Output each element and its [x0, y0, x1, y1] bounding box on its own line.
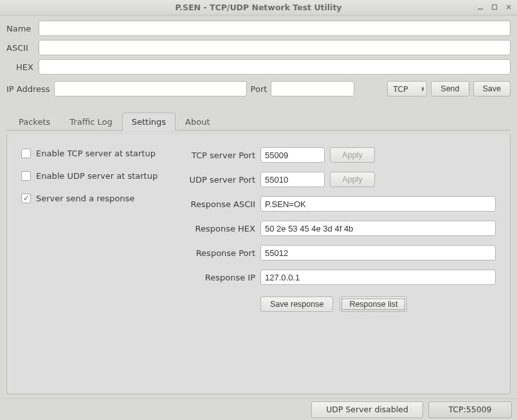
- hex-label: HEX: [6, 62, 35, 72]
- response-ip-label: Response IP: [185, 273, 255, 282]
- spinner-icon: ▴▾: [422, 86, 424, 91]
- tab-bar: Packets Traffic Log Settings About: [6, 112, 511, 131]
- save-button[interactable]: Save: [473, 81, 511, 96]
- port-label: Port: [251, 84, 268, 94]
- response-ip-input[interactable]: [260, 269, 496, 285]
- ascii-label: ASCII: [6, 43, 35, 53]
- tcp-server-port-input[interactable]: [260, 147, 325, 163]
- maximize-icon[interactable]: [489, 1, 500, 13]
- minimize-icon[interactable]: [475, 1, 486, 13]
- settings-page: Enable TCP server at startup Enable UDP …: [6, 134, 511, 394]
- enable-tcp-startup-checkbox[interactable]: [21, 149, 31, 158]
- tcp-server-port-label: TCP server Port: [185, 151, 255, 160]
- name-label: Name: [6, 24, 35, 33]
- enable-tcp-startup-label: Enable TCP server at startup: [36, 149, 156, 158]
- response-hex-input[interactable]: [260, 221, 496, 236]
- response-ascii-label: Response ASCII: [185, 199, 255, 209]
- save-response-button[interactable]: Save response: [260, 297, 333, 312]
- server-send-response-checkbox[interactable]: [21, 194, 31, 203]
- tab-settings[interactable]: Settings: [122, 113, 176, 131]
- protocol-value: TCP: [393, 84, 408, 94]
- protocol-select[interactable]: TCP ▴▾: [387, 81, 427, 96]
- ascii-input[interactable]: [39, 40, 511, 55]
- enable-udp-startup-checkbox[interactable]: [21, 171, 31, 181]
- udp-server-port-input[interactable]: [260, 172, 325, 187]
- tab-about[interactable]: About: [176, 113, 219, 131]
- settings-fields: TCP server Port Apply UDP server Port Ap…: [185, 147, 496, 381]
- udp-apply-button[interactable]: Apply: [330, 172, 375, 187]
- response-port-label: Response Port: [185, 248, 255, 258]
- tcp-apply-button[interactable]: Apply: [330, 147, 375, 163]
- tcp-status-button[interactable]: TCP:55009: [428, 401, 512, 418]
- server-send-response-label: Server send a response: [36, 194, 134, 203]
- name-input[interactable]: [39, 21, 511, 36]
- response-hex-label: Response HEX: [185, 224, 255, 233]
- tab-traffic-log[interactable]: Traffic Log: [60, 113, 122, 131]
- title-bar: P.SEN - TCP/UDP Network Test Utility: [0, 0, 517, 15]
- tab-packets[interactable]: Packets: [9, 113, 60, 131]
- udp-status-button[interactable]: UDP Server disabled: [311, 401, 423, 418]
- port-input[interactable]: [271, 81, 354, 96]
- ip-address-input[interactable]: [54, 81, 247, 96]
- close-icon[interactable]: [503, 1, 514, 13]
- svg-rect-1: [493, 5, 497, 10]
- response-ascii-input[interactable]: [260, 196, 496, 212]
- main-content: Name ASCII HEX IP Address Port TCP ▴▾ Se…: [0, 15, 517, 398]
- window-controls: [475, 1, 514, 13]
- hex-input[interactable]: [39, 59, 511, 75]
- ip-address-label: IP Address: [6, 84, 50, 94]
- udp-server-port-label: UDP server Port: [185, 175, 255, 185]
- enable-udp-startup-label: Enable UDP server at startup: [36, 171, 158, 181]
- response-list-button[interactable]: Response list: [340, 297, 407, 312]
- window-title: P.SEN - TCP/UDP Network Test Utility: [0, 3, 517, 12]
- settings-checkboxes: Enable TCP server at startup Enable UDP …: [21, 147, 169, 381]
- status-bar: UDP Server disabled TCP:55009: [0, 398, 517, 420]
- response-port-input[interactable]: [260, 245, 496, 260]
- send-button[interactable]: Send: [431, 81, 469, 96]
